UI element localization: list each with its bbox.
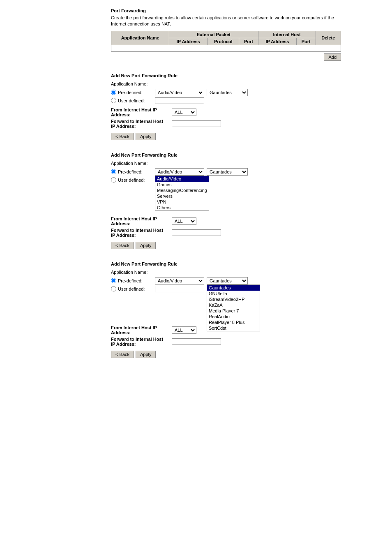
form2-predefined-label: Pre-defined: <box>118 169 155 174</box>
port-forwarding-table: Application Name External Packet Interna… <box>111 31 341 52</box>
form2-title: Add New Port Forwarding Rule <box>111 153 341 157</box>
form1-from-select[interactable]: ALL <box>172 109 196 116</box>
form2-from-label: From Internet Host IP Address: <box>111 216 168 226</box>
form1-predefined-row: Pre-defined: Audio/Video Gauntades <box>111 89 341 96</box>
form3-forward-input[interactable] <box>172 338 221 345</box>
col-delete: Delete <box>316 31 341 45</box>
form3-option-mediaplayer7[interactable]: Media Player 7 <box>207 308 260 314</box>
form2-category-container: Audio/Video Audio/Video Games Messaging/… <box>155 168 204 176</box>
form3-apply-button[interactable]: Apply <box>136 351 156 358</box>
form2-option-servers[interactable]: Servers <box>155 193 209 199</box>
form1-app-name-label: Application Name: <box>111 81 341 86</box>
form2-option-messaging[interactable]: Messaging/Conferencing <box>155 187 209 193</box>
form3-option-gnutella[interactable]: GNUtella <box>207 291 260 296</box>
form1-forward-row: Forward to Internal Host IP Address: <box>111 119 341 129</box>
form2-apply-button[interactable]: Apply <box>136 242 156 249</box>
form1-predefined-label: Pre-defined: <box>118 90 155 95</box>
form3-userdefined-label: User defined: <box>118 287 155 291</box>
form3-option-realaudio[interactable]: RealAudio <box>207 314 260 319</box>
form3-title: Add New Port Forwarding Rule <box>111 261 341 266</box>
add-button[interactable]: Add <box>324 53 341 61</box>
form3-app-name-label: Application Name: <box>111 270 341 275</box>
form2-userdefined-label: User defined: <box>118 178 155 183</box>
form3-predefined-row: Pre-defined: Audio/Video Gauntades Gaunt… <box>111 277 341 284</box>
form1-userdefined-input[interactable] <box>155 97 204 104</box>
form3-userdefined-radio[interactable] <box>111 286 116 291</box>
port-forwarding-section: Port Forwarding Create the port forwardi… <box>111 8 392 61</box>
form3-forward-row: Forward to Internal Host IP Address: <box>111 337 341 347</box>
form2-section: Add New Port Forwarding Rule Application… <box>111 153 341 249</box>
col-int-ip: IP Address <box>258 38 296 45</box>
form1-back-button[interactable]: < Back <box>111 133 134 140</box>
form2-category-select[interactable]: Audio/Video <box>155 168 204 176</box>
form1-forward-label: Forward to Internal Host IP Address: <box>111 119 168 129</box>
form1-userdefined-row: User defined: <box>111 97 341 104</box>
form1-buttons: < Back Apply <box>111 133 341 140</box>
form2-category-dropdown[interactable]: Audio/Video Games Messaging/Conferencing… <box>155 176 209 211</box>
form2-predefined-row: Pre-defined: Audio/Video Audio/Video Gam… <box>111 168 341 176</box>
form2-option-games[interactable]: Games <box>155 182 209 187</box>
form1-category-select[interactable]: Audio/Video <box>155 89 204 96</box>
form3-option-kazaa[interactable]: KaZaA <box>207 302 260 308</box>
form1-title: Add New Port Forwarding Rule <box>111 73 341 78</box>
form2-app-name-label: Application Name: <box>111 161 341 166</box>
form2-back-button[interactable]: < Back <box>111 242 134 249</box>
add-button-row: Add <box>111 53 341 61</box>
col-int-port: Port <box>296 38 316 45</box>
form2-userdefined-row: User defined: <box>111 177 341 183</box>
form3-option-istreamvideo[interactable]: iStreamVideo2HP <box>207 296 260 302</box>
form3-subcategory-select[interactable]: Gauntades <box>207 277 248 284</box>
form3-category-select[interactable]: Audio/Video <box>155 277 204 284</box>
form2-userdefined-radio[interactable] <box>111 177 116 183</box>
col-app-name: Application Name <box>111 31 169 45</box>
form2-subcategory-select[interactable]: Gauntades <box>207 168 248 176</box>
form3-predefined-radio[interactable] <box>111 278 116 283</box>
form1-from-row: From Internet Host IP Address: ALL <box>111 107 341 117</box>
form3-option-gauntades[interactable]: Gauntades <box>207 285 260 291</box>
form3-from-select[interactable]: ALL <box>172 326 196 334</box>
form3-option-realplayer8[interactable]: RealPlayer 8 Plus <box>207 319 260 325</box>
form3-section: Add New Port Forwarding Rule Application… <box>111 261 341 358</box>
form1-subcategory-select[interactable]: Gauntades <box>207 89 248 96</box>
form1-predefined-radio[interactable] <box>111 90 116 95</box>
form1-userdefined-label: User defined: <box>118 98 155 103</box>
col-ext-port: Port <box>239 38 258 45</box>
col-ext-ip: IP Address <box>169 38 208 45</box>
form2-forward-label: Forward to Internal Host IP Address: <box>111 228 168 238</box>
col-external-packet: External Packet <box>169 31 258 38</box>
form2-forward-input[interactable] <box>172 229 221 236</box>
form3-forward-label: Forward to Internal Host IP Address: <box>111 337 168 347</box>
form1-section: Add New Port Forwarding Rule Application… <box>111 73 341 140</box>
form2-option-others[interactable]: Others <box>155 205 209 210</box>
form3-userdefined-input[interactable] <box>155 286 204 292</box>
col-protocol: Protocol <box>208 38 239 45</box>
col-internal-host: Internal Host <box>258 31 316 38</box>
form2-predefined-radio[interactable] <box>111 169 116 174</box>
form3-subcategory-container: Gauntades Gauntades GNUtella iStreamVide… <box>207 277 248 284</box>
form3-option-sortcdst[interactable]: SortCdst <box>207 325 260 331</box>
form1-forward-input[interactable] <box>172 120 221 127</box>
form1-userdefined-radio[interactable] <box>111 98 116 103</box>
form1-apply-button[interactable]: Apply <box>136 133 156 140</box>
form3-buttons: < Back Apply <box>111 351 341 358</box>
form3-subcategory-dropdown[interactable]: Gauntades GNUtella iStreamVideo2HP KaZaA… <box>207 284 260 331</box>
form2-from-row: From Internet Host IP Address: ALL <box>111 216 341 226</box>
form2-option-vpn[interactable]: VPN <box>155 199 209 205</box>
form3-back-button[interactable]: < Back <box>111 351 134 358</box>
form2-buttons: < Back Apply <box>111 242 341 249</box>
form1-from-label: From Internet Host IP Address: <box>111 107 168 117</box>
form3-predefined-label: Pre-defined: <box>118 278 155 283</box>
form3-from-label: From Internet Host IP Address: <box>111 325 168 335</box>
form2-forward-row: Forward to Internal Host IP Address: <box>111 228 341 238</box>
form2-option-audiovideo[interactable]: Audio/Video <box>155 176 209 182</box>
form2-from-select[interactable]: ALL <box>172 217 196 225</box>
port-forwarding-title: Port Forwarding <box>111 8 392 13</box>
port-forwarding-desc: Create the port forwarding rules to allo… <box>111 15 341 28</box>
